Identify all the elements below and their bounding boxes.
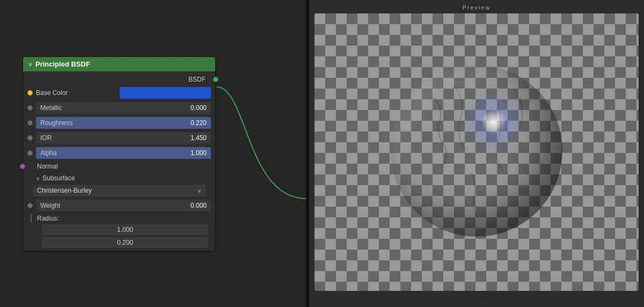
sphere-texture-overlay — [391, 65, 562, 237]
ior-row: IOR 1.450 — [23, 130, 215, 145]
normal-row: Normal — [23, 160, 215, 172]
subsurface-arrow[interactable]: ∨ — [36, 176, 40, 181]
checker-background — [314, 13, 639, 291]
roughness-field[interactable]: Roughness 0.220 — [36, 117, 211, 129]
ior-value: 1.450 — [191, 134, 207, 142]
radius-value-1-row: 1.000 — [23, 223, 215, 236]
dropdown-chevron-icon: ∨ — [197, 188, 201, 194]
weight-field[interactable]: Weight 0.000 — [36, 200, 211, 211]
subsurface-header: ∨ Subsurface — [23, 172, 215, 183]
radius-field-1[interactable]: 1.000 — [42, 224, 208, 235]
material-preview-sphere — [391, 65, 562, 237]
alpha-socket[interactable] — [27, 150, 33, 156]
sphere-container — [325, 32, 628, 269]
ior-field[interactable]: IOR 1.450 — [36, 132, 211, 144]
roughness-socket[interactable] — [27, 120, 33, 126]
bsdf-output-label: BSDF — [188, 76, 206, 83]
base-color-socket[interactable] — [27, 90, 33, 96]
metallic-socket[interactable] — [27, 105, 33, 111]
radius-value-2: 0.200 — [117, 239, 133, 246]
ior-label: IOR — [40, 134, 52, 142]
subsurface-method-label: Christensen-Burley — [37, 187, 92, 194]
node-body: BSDF Base Color Metallic 0.000 — [23, 71, 215, 251]
roughness-value: 0.220 — [191, 119, 207, 127]
metallic-row: Metallic 0.000 — [23, 100, 215, 115]
node-editor-panel: ∨ Principled BSDF BSDF Base Color Metall… — [0, 0, 306, 307]
radius-socket-indicator — [31, 214, 32, 223]
weight-socket[interactable] — [27, 203, 33, 208]
roughness-row: Roughness 0.220 — [23, 115, 215, 130]
preview-resize-dots[interactable]: · · · · · — [463, 297, 491, 303]
base-color-row: Base Color — [23, 85, 215, 100]
normal-label: Normal — [27, 163, 211, 170]
bsdf-output-row: BSDF — [23, 74, 215, 85]
alpha-field[interactable]: Alpha 1.000 — [36, 147, 211, 159]
subsurface-dropdown[interactable]: Christensen-Burley ∨ — [33, 185, 206, 196]
alpha-value: 1.000 — [191, 149, 207, 157]
radius-value-2-row: 0.200 — [23, 236, 215, 249]
principled-bsdf-node[interactable]: ∨ Principled BSDF BSDF Base Color Metall… — [23, 56, 216, 252]
weight-row: Weight 0.000 — [23, 198, 215, 213]
node-header[interactable]: ∨ Principled BSDF — [23, 57, 215, 71]
preview-panel: Preview · · · · · — [309, 0, 644, 307]
roughness-label: Roughness — [40, 119, 73, 127]
radius-field-2[interactable]: 0.200 — [42, 237, 208, 248]
normal-socket[interactable] — [20, 164, 25, 169]
preview-title: Preview — [462, 4, 491, 11]
weight-value: 0.000 — [191, 202, 207, 209]
bsdf-output-socket[interactable] — [213, 77, 218, 82]
radius-label-row: Radius: — [23, 213, 215, 223]
node-title: Principled BSDF — [35, 60, 90, 68]
subsurface-label: Subsurface — [42, 174, 75, 182]
node-collapse-arrow[interactable]: ∨ — [28, 61, 32, 67]
ior-socket[interactable] — [27, 135, 33, 141]
metallic-value: 0.000 — [191, 104, 207, 112]
radius-value-1: 1.000 — [117, 226, 133, 233]
weight-label: Weight — [40, 202, 60, 209]
subsurface-method-row: Christensen-Burley ∨ — [23, 183, 215, 198]
alpha-row: Alpha 1.000 — [23, 145, 215, 160]
alpha-label: Alpha — [40, 149, 57, 157]
base-color-label: Base Color — [36, 89, 120, 97]
metallic-field[interactable]: Metallic 0.000 — [36, 102, 211, 114]
base-color-swatch[interactable] — [120, 87, 211, 99]
metallic-label: Metallic — [40, 104, 62, 112]
radius-label-text: Radius: — [37, 215, 59, 222]
